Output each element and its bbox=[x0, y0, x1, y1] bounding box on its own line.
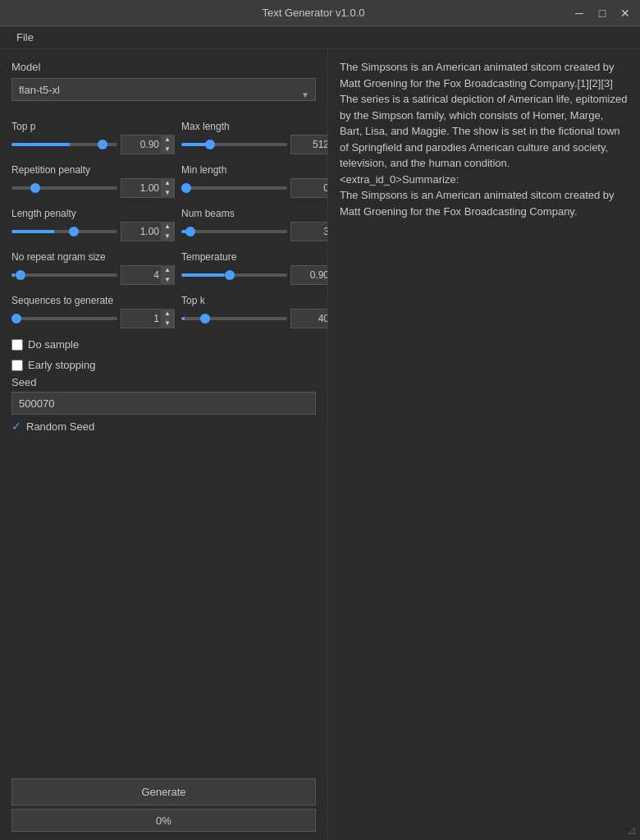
top-k-label: Top k bbox=[181, 295, 328, 306]
no-repeat-ngram-spin-down[interactable]: ▼ bbox=[161, 275, 174, 285]
temperature-spinbox: ▲ ▼ bbox=[290, 265, 328, 285]
no-repeat-ngram-spin-up[interactable]: ▲ bbox=[161, 265, 174, 275]
window-title: Text Generator v1.0.0 bbox=[56, 7, 571, 19]
progress-bar: 0% bbox=[11, 809, 316, 832]
random-seed-checkmark: ✓ bbox=[11, 420, 21, 433]
top-k-slider[interactable] bbox=[181, 317, 287, 320]
sequences-to-generate-row: ▲ ▼ bbox=[11, 309, 175, 328]
num-beams-spinbox: ▲ ▼ bbox=[290, 222, 328, 241]
length-penalty-input[interactable] bbox=[121, 226, 161, 237]
do-sample-label[interactable]: Do sample bbox=[28, 338, 79, 351]
length-penalty-spin-down[interactable]: ▼ bbox=[161, 232, 174, 241]
num-beams-label: Num beams bbox=[181, 208, 328, 219]
sequences-to-generate-input[interactable] bbox=[121, 313, 161, 324]
top-p-slider[interactable] bbox=[11, 143, 117, 146]
repetition-penalty-spinbox: ▲ ▼ bbox=[121, 178, 175, 198]
no-repeat-ngram-block: No repeat ngram size ▲ ▼ bbox=[11, 251, 175, 285]
repetition-penalty-spin-down[interactable]: ▼ bbox=[161, 188, 174, 198]
no-repeat-ngram-spin-btns: ▲ ▼ bbox=[161, 265, 174, 285]
no-repeat-ngram-label: No repeat ngram size bbox=[11, 251, 175, 263]
max-length-input[interactable] bbox=[291, 139, 328, 150]
main-container: Model flan-t5-xl flan-t5-large flan-t5-b… bbox=[0, 49, 640, 840]
resize-grip[interactable]: ⊿ bbox=[627, 824, 637, 837]
no-repeat-ngram-slider[interactable] bbox=[11, 273, 117, 277]
generate-button[interactable]: Generate bbox=[11, 778, 316, 806]
no-repeat-ngram-row: ▲ ▼ bbox=[11, 265, 175, 285]
repetition-penalty-input[interactable] bbox=[121, 182, 161, 194]
bottom-area: Generate 0% bbox=[11, 770, 316, 832]
repetition-penalty-label: Repetition penalty bbox=[11, 164, 175, 176]
repetition-penalty-block: Repetition penalty ▲ ▼ bbox=[11, 164, 175, 198]
length-penalty-block: Length penalty ▲ ▼ bbox=[11, 208, 175, 241]
length-penalty-slider[interactable] bbox=[11, 230, 117, 233]
do-sample-row: Do sample bbox=[11, 338, 316, 351]
min-length-block: Min length ▲ ▼ bbox=[181, 164, 328, 198]
min-length-input[interactable] bbox=[291, 182, 328, 194]
repetition-penalty-slider[interactable] bbox=[11, 186, 117, 190]
num-beams-input[interactable] bbox=[291, 226, 328, 237]
length-penalty-label: Length penalty bbox=[11, 208, 175, 219]
sequences-to-generate-label: Sequences to generate bbox=[11, 295, 175, 306]
early-stopping-label[interactable]: Early stopping bbox=[28, 359, 95, 371]
top-p-row: ▲ ▼ bbox=[11, 135, 175, 154]
model-select-wrapper[interactable]: flan-t5-xl flan-t5-large flan-t5-base fl… bbox=[11, 78, 316, 111]
temperature-row: ▲ ▼ bbox=[181, 265, 328, 285]
temperature-input[interactable] bbox=[291, 269, 328, 281]
min-length-label: Min length bbox=[181, 164, 328, 176]
no-repeat-ngram-input[interactable] bbox=[121, 269, 161, 281]
max-length-slider[interactable] bbox=[181, 143, 287, 146]
early-stopping-checkbox[interactable] bbox=[11, 360, 23, 371]
file-menu[interactable]: File bbox=[10, 28, 40, 47]
top-p-label: Top p bbox=[11, 121, 175, 132]
length-penalty-spin-up[interactable]: ▲ bbox=[161, 222, 174, 232]
repetition-penalty-spin-btns: ▲ ▼ bbox=[161, 178, 174, 198]
output-text: The Simpsons is an American animated sit… bbox=[340, 59, 629, 219]
window-controls: ─ □ ✕ bbox=[571, 5, 633, 21]
random-seed-label[interactable]: Random Seed bbox=[26, 420, 94, 433]
min-length-spinbox: ▲ ▼ bbox=[290, 178, 328, 198]
length-penalty-spin-btns: ▲ ▼ bbox=[161, 222, 174, 241]
max-length-spinbox: ▲ ▼ bbox=[290, 135, 328, 154]
right-panel: The Simpsons is an American animated sit… bbox=[328, 49, 640, 840]
repetition-penalty-row: ▲ ▼ bbox=[11, 178, 175, 198]
top-k-spinbox: ▲ ▼ bbox=[290, 309, 328, 328]
minimize-button[interactable]: ─ bbox=[571, 5, 587, 21]
top-k-block: Top k ▲ ▼ bbox=[181, 295, 328, 328]
top-p-spin-btns: ▲ ▼ bbox=[161, 135, 174, 154]
menu-bar: File bbox=[0, 26, 640, 49]
progress-text: 0% bbox=[156, 815, 171, 827]
title-bar: Text Generator v1.0.0 ─ □ ✕ bbox=[0, 0, 640, 26]
do-sample-checkbox[interactable] bbox=[11, 339, 23, 351]
top-p-spin-down[interactable]: ▼ bbox=[161, 145, 174, 154]
temperature-block: Temperature ▲ ▼ bbox=[181, 251, 328, 285]
num-beams-slider[interactable] bbox=[181, 230, 287, 233]
top-p-block: Top p ▲ ▼ bbox=[11, 121, 175, 154]
min-length-row: ▲ ▼ bbox=[181, 178, 328, 198]
sequences-to-generate-spin-btns: ▲ ▼ bbox=[161, 309, 174, 328]
maximize-button[interactable]: □ bbox=[594, 5, 610, 21]
params-grid: Top p ▲ ▼ Max length bbox=[11, 121, 316, 335]
seed-label: Seed bbox=[11, 376, 316, 388]
left-panel: Model flan-t5-xl flan-t5-large flan-t5-b… bbox=[0, 49, 328, 840]
sequences-to-generate-slider[interactable] bbox=[11, 317, 117, 320]
random-seed-row: ✓ Random Seed bbox=[11, 420, 316, 433]
temperature-slider[interactable] bbox=[181, 273, 287, 277]
sequences-to-generate-spin-up[interactable]: ▲ bbox=[161, 309, 174, 319]
no-repeat-ngram-spinbox: ▲ ▼ bbox=[121, 265, 175, 285]
repetition-penalty-spin-up[interactable]: ▲ bbox=[161, 178, 174, 188]
top-k-input[interactable] bbox=[291, 313, 328, 324]
seed-input[interactable] bbox=[11, 392, 316, 415]
length-penalty-spinbox: ▲ ▼ bbox=[121, 222, 175, 241]
sequences-to-generate-spin-down[interactable]: ▼ bbox=[161, 319, 174, 328]
num-beams-block: Num beams ▲ ▼ bbox=[181, 208, 328, 241]
model-label: Model bbox=[11, 61, 316, 73]
sequences-to-generate-block: Sequences to generate ▲ ▼ bbox=[11, 295, 175, 328]
num-beams-row: ▲ ▼ bbox=[181, 222, 328, 241]
top-p-spinbox: ▲ ▼ bbox=[121, 135, 175, 154]
min-length-slider[interactable] bbox=[181, 186, 287, 190]
max-length-label: Max length bbox=[181, 121, 328, 132]
close-button[interactable]: ✕ bbox=[617, 5, 633, 21]
model-select[interactable]: flan-t5-xl flan-t5-large flan-t5-base fl… bbox=[11, 78, 316, 101]
top-p-input[interactable] bbox=[121, 139, 161, 150]
top-p-spin-up[interactable]: ▲ bbox=[161, 135, 174, 145]
